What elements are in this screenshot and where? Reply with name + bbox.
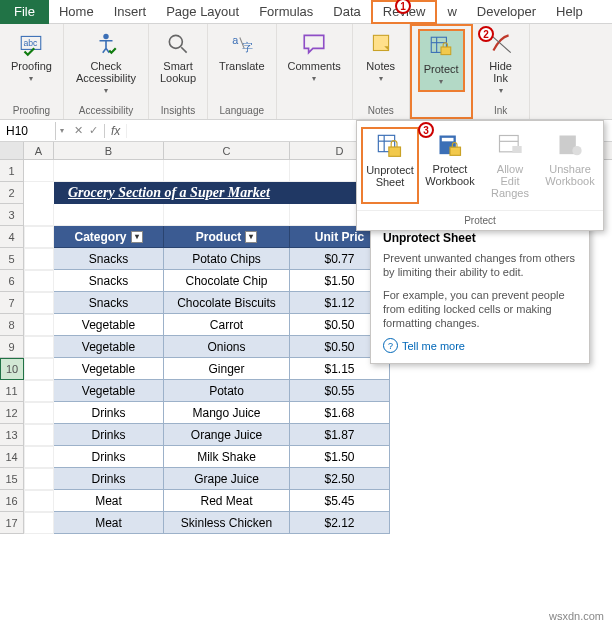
check-accessibility-button[interactable]: Check Accessibility▾	[70, 27, 142, 100]
table-cell[interactable]: $1.50	[290, 446, 390, 468]
tab-file[interactable]: File	[0, 0, 49, 24]
table-cell[interactable]: Meat	[54, 512, 164, 534]
row-header[interactable]: 8	[0, 314, 24, 336]
table-header[interactable]: Product▾	[164, 226, 290, 248]
ribbon-tabs: File Home Insert Page Layout Formulas Da…	[0, 0, 612, 24]
chevron-down-icon: ▾	[312, 75, 316, 84]
row-header[interactable]: 2	[0, 182, 24, 204]
title-cell[interactable]: Grocery Section of a Super Market	[54, 182, 390, 204]
table-cell[interactable]: Carrot	[164, 314, 290, 336]
table-cell[interactable]: Chocolate Biscuits	[164, 292, 290, 314]
table-cell[interactable]: Vegetable	[54, 314, 164, 336]
table-cell[interactable]: Vegetable	[54, 336, 164, 358]
table-cell[interactable]: $1.87	[290, 424, 390, 446]
row-header[interactable]: 5	[0, 248, 24, 270]
col-header[interactable]: A	[24, 142, 54, 159]
chevron-down-icon: ▾	[499, 87, 503, 96]
svg-point-3	[169, 35, 182, 48]
group-accessibility: Check Accessibility▾ Accessibility	[64, 24, 149, 119]
callout-3: 3	[418, 122, 434, 138]
tab-help[interactable]: Help	[546, 0, 593, 24]
table-cell[interactable]: Grape Juice	[164, 468, 290, 490]
tab-formulas[interactable]: Formulas	[249, 0, 323, 24]
tab-page-layout[interactable]: Page Layout	[156, 0, 249, 24]
row-header[interactable]: 14	[0, 446, 24, 468]
namebox-dropdown[interactable]: ▾	[56, 126, 68, 135]
group-label: Notes	[368, 105, 394, 116]
table-header[interactable]: Category▾	[54, 226, 164, 248]
chevron-down-icon: ▾	[379, 75, 383, 84]
proofing-button[interactable]: abc Proofing▾	[6, 27, 57, 88]
table-cell[interactable]: Drinks	[54, 402, 164, 424]
table-cell[interactable]: Drinks	[54, 424, 164, 446]
col-header[interactable]: C	[164, 142, 290, 159]
notes-button[interactable]: Notes▾	[359, 27, 403, 88]
row-header[interactable]: 6	[0, 270, 24, 292]
translate-button[interactable]: a字 Translate	[214, 27, 269, 76]
select-all[interactable]	[0, 142, 24, 159]
tab-insert[interactable]: Insert	[104, 0, 157, 24]
row-header[interactable]: 12	[0, 402, 24, 424]
row-header[interactable]: 7	[0, 292, 24, 314]
tell-me-more-link[interactable]: Tell me more	[383, 338, 577, 353]
table-cell[interactable]: $1.68	[290, 402, 390, 424]
tab-data[interactable]: Data	[323, 0, 370, 24]
tab-view-fragment[interactable]: w	[437, 0, 466, 24]
table-cell[interactable]: Snacks	[54, 248, 164, 270]
table-cell[interactable]: Potato Chips	[164, 248, 290, 270]
filter-icon[interactable]: ▾	[245, 231, 257, 243]
table-cell[interactable]: Chocolate Chip	[164, 270, 290, 292]
tab-home[interactable]: Home	[49, 0, 104, 24]
row-header[interactable]: 17	[0, 512, 24, 534]
table-cell[interactable]: $5.45	[290, 490, 390, 512]
enter-icon: ✓	[89, 124, 98, 137]
search-icon	[165, 31, 191, 57]
table-cell[interactable]: Vegetable	[54, 358, 164, 380]
table-cell[interactable]: $2.50	[290, 468, 390, 490]
table-cell[interactable]: Potato	[164, 380, 290, 402]
table-cell[interactable]: Vegetable	[54, 380, 164, 402]
filter-icon[interactable]: ▾	[131, 231, 143, 243]
row-header[interactable]: 11	[0, 380, 24, 402]
svg-line-4	[181, 47, 186, 52]
row-header[interactable]: 16	[0, 490, 24, 512]
smart-lookup-button[interactable]: Smart Lookup	[155, 27, 201, 88]
col-header[interactable]: B	[54, 142, 164, 159]
row-header[interactable]: 9	[0, 336, 24, 358]
table-cell[interactable]: Snacks	[54, 292, 164, 314]
tab-developer[interactable]: Developer	[467, 0, 546, 24]
table-cell[interactable]: Onions	[164, 336, 290, 358]
row-header[interactable]: 3	[0, 204, 24, 226]
row-header[interactable]: 1	[0, 160, 24, 182]
protect-workbook-button[interactable]: Protect Workbook	[421, 127, 479, 204]
row-header[interactable]: 10	[0, 358, 24, 380]
protect-group-label: Protect	[357, 210, 603, 230]
tooltip-title: Unprotect Sheet	[383, 231, 577, 245]
table-cell[interactable]: Skinless Chicken	[164, 512, 290, 534]
group-label: Language	[220, 105, 265, 116]
table-cell[interactable]: Drinks	[54, 468, 164, 490]
row-header[interactable]: 13	[0, 424, 24, 446]
table-cell[interactable]: $0.55	[290, 380, 390, 402]
protect-button[interactable]: Protect▾	[418, 29, 465, 92]
name-box[interactable]: H10	[0, 122, 56, 140]
table-cell[interactable]: Drinks	[54, 446, 164, 468]
allow-edit-ranges-button: Allow Edit Ranges	[481, 127, 539, 204]
protect-dropdown: Unprotect Sheet Protect Workbook Allow E…	[356, 120, 604, 231]
group-label: Accessibility	[79, 105, 133, 116]
table-cell[interactable]: $2.12	[290, 512, 390, 534]
table-cell[interactable]: Meat	[54, 490, 164, 512]
table-cell[interactable]: Orange Juice	[164, 424, 290, 446]
unprotect-sheet-button[interactable]: Unprotect Sheet	[361, 127, 419, 204]
row-header[interactable]: 15	[0, 468, 24, 490]
row-header[interactable]: 4	[0, 226, 24, 248]
tooltip-text: For example, you can prevent people from…	[383, 288, 577, 331]
table-cell[interactable]: Snacks	[54, 270, 164, 292]
comments-button[interactable]: Comments▾	[283, 27, 346, 88]
note-icon	[368, 31, 394, 57]
table-cell[interactable]: Milk Shake	[164, 446, 290, 468]
table-cell[interactable]: Ginger	[164, 358, 290, 380]
table-cell[interactable]: Red Meat	[164, 490, 290, 512]
fx-icon[interactable]: fx	[104, 124, 127, 138]
table-cell[interactable]: Mango Juice	[164, 402, 290, 424]
